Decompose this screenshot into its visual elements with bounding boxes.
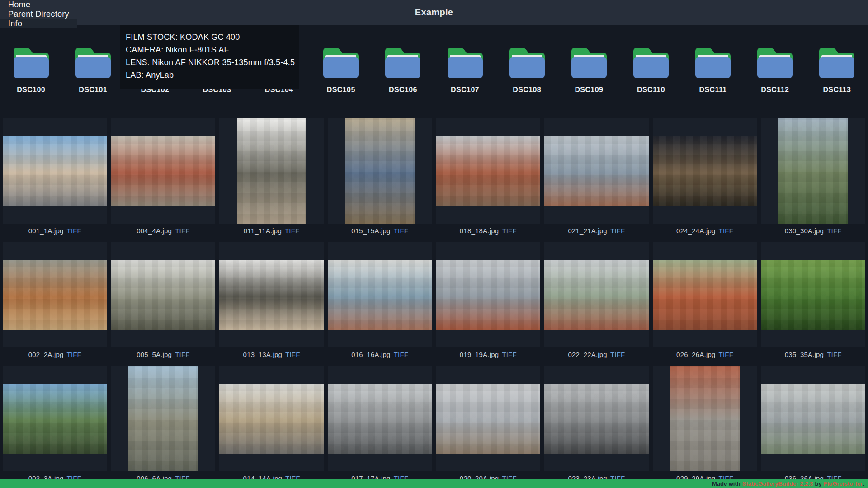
photo-label: 030_30A.jpg TIFF: [761, 224, 865, 242]
tiff-link[interactable]: TIFF: [610, 351, 625, 358]
folder-item-dsc106[interactable]: DSC106: [372, 46, 434, 94]
folder-item-dsc111[interactable]: DSC111: [682, 46, 744, 94]
nav-item-label: Info: [8, 19, 22, 28]
folder-item-dsc108[interactable]: DSC108: [496, 46, 558, 94]
folder-label: DSC101: [79, 86, 107, 94]
photo-thumbnail[interactable]: [653, 242, 757, 347]
photo-thumbnail[interactable]: [544, 118, 649, 224]
gallery-item: 004_4A.jpg TIFF: [111, 118, 216, 242]
nav-item-info[interactable]: Info: [0, 19, 77, 28]
gallery-item: 013_13A.jpg TIFF: [219, 242, 324, 366]
folder-item-dsc105[interactable]: DSC105: [310, 46, 372, 94]
folder-label: DSC100: [17, 86, 45, 94]
photo-label: 026_26A.jpg TIFF: [653, 347, 757, 366]
photo-thumbnail[interactable]: [219, 118, 324, 224]
photo-thumbnail[interactable]: [111, 366, 216, 471]
tiff-link[interactable]: TIFF: [175, 351, 189, 358]
photo-thumbnail[interactable]: [544, 242, 649, 347]
photo-filename: 015_15A.jpg: [351, 227, 390, 235]
photo-label: 024_24A.jpg TIFF: [653, 224, 757, 242]
tiff-link[interactable]: TIFF: [827, 351, 841, 358]
tiff-link[interactable]: TIFF: [394, 227, 408, 235]
tiff-link[interactable]: TIFF: [719, 351, 733, 358]
photo-thumbnail[interactable]: [328, 242, 432, 347]
tiff-link[interactable]: TIFF: [67, 227, 81, 235]
photo-thumbnail[interactable]: [653, 118, 757, 224]
photo-grid: 001_1A.jpg TIFF 004_4A.jpg TIFF 011_11A.…: [3, 118, 865, 488]
photo-label: 011_11A.jpg TIFF: [219, 224, 324, 242]
nav-item-home[interactable]: Home: [0, 0, 77, 9]
folder-icon: [508, 46, 547, 78]
nav-item-label: Parent Directory: [8, 9, 69, 19]
photo-image: [111, 136, 216, 206]
photo-label: 005_5A.jpg TIFF: [111, 347, 216, 366]
tiff-link[interactable]: TIFF: [610, 227, 625, 235]
builder-link[interactable]: StaticGalleryBuilder 2.2.3: [742, 480, 813, 487]
photo-thumbnail[interactable]: [219, 242, 324, 347]
photo-filename: 005_5A.jpg: [137, 351, 172, 358]
photo-thumbnail[interactable]: [3, 366, 107, 471]
info-line: CAMERA: Nikon F-801S AF: [126, 43, 294, 56]
photo-thumbnail[interactable]: [328, 118, 432, 224]
folder-item-dsc110[interactable]: DSC110: [620, 46, 682, 94]
photo-thumbnail[interactable]: [111, 242, 216, 347]
folder-icon: [74, 46, 113, 78]
photo-filename: 018_18A.jpg: [460, 227, 499, 235]
photo-label: 035_35A.jpg TIFF: [761, 347, 865, 366]
photo-thumbnail[interactable]: [761, 118, 865, 224]
photo-thumbnail[interactable]: [328, 366, 432, 471]
tiff-link[interactable]: TIFF: [285, 227, 299, 235]
photo-thumbnail[interactable]: [436, 242, 541, 347]
folder-item-dsc101[interactable]: DSC101: [62, 46, 124, 94]
photo-thumbnail[interactable]: [3, 118, 107, 224]
tiff-link[interactable]: TIFF: [719, 227, 733, 235]
folder-icon: [570, 46, 609, 78]
photo-filename: 016_16A.jpg: [351, 351, 390, 358]
folder-item-dsc112[interactable]: DSC112: [744, 46, 806, 94]
photo-label: 021_21A.jpg TIFF: [544, 224, 649, 242]
nav-item-label: Home: [8, 0, 30, 9]
photo-filename: 004_4A.jpg: [137, 227, 172, 235]
folder-label: DSC105: [327, 86, 355, 94]
folder-item-dsc109[interactable]: DSC109: [558, 46, 620, 94]
photo-thumbnail[interactable]: [436, 366, 541, 471]
tiff-link[interactable]: TIFF: [67, 351, 81, 358]
photo-thumbnail[interactable]: [761, 366, 865, 471]
nav-item-parent-directory[interactable]: Parent Directory: [0, 9, 77, 19]
photo-thumbnail[interactable]: [436, 118, 541, 224]
photo-thumbnail[interactable]: [761, 242, 865, 347]
tiff-link[interactable]: TIFF: [502, 351, 516, 358]
tiff-link[interactable]: TIFF: [394, 351, 408, 358]
footer-bar: Made with StaticGalleryBuilder 2.2.3 by …: [0, 479, 868, 488]
gallery-item: 017_17A.jpg TIFF: [328, 366, 432, 488]
folder-item-dsc100[interactable]: DSC100: [0, 46, 62, 94]
tiff-link[interactable]: TIFF: [502, 227, 516, 235]
top-nav: Home Parent Directory Info Example: [0, 0, 868, 25]
folder-icon: [632, 46, 670, 78]
folder-icon: [383, 46, 422, 78]
photo-image: [328, 260, 432, 330]
photo-image: [219, 260, 324, 330]
folder-icon: [321, 46, 360, 78]
photo-thumbnail[interactable]: [653, 366, 757, 471]
folder-label: DSC113: [823, 86, 851, 94]
photo-image: [3, 136, 107, 206]
folder-icon: [12, 46, 51, 78]
tiff-link[interactable]: TIFF: [285, 351, 300, 358]
tiff-link[interactable]: TIFF: [175, 227, 189, 235]
photo-thumbnail[interactable]: [219, 366, 324, 471]
author-link[interactable]: FloGreistorfer: [824, 480, 863, 487]
photo-thumbnail[interactable]: [111, 118, 216, 224]
footer-period: .: [863, 480, 864, 487]
photo-label: 016_16A.jpg TIFF: [328, 347, 432, 366]
photo-thumbnail[interactable]: [3, 242, 107, 347]
photo-image: [345, 118, 415, 224]
folder-item-dsc107[interactable]: DSC107: [434, 46, 496, 94]
tiff-link[interactable]: TIFF: [827, 227, 841, 235]
folder-item-dsc113[interactable]: DSC113: [806, 46, 868, 94]
photo-thumbnail[interactable]: [544, 366, 649, 471]
photo-image: [436, 384, 541, 454]
gallery-item: 018_18A.jpg TIFF: [436, 118, 541, 242]
gallery-item: 036_36A.jpg TIFF: [761, 366, 865, 488]
photo-image: [653, 260, 757, 330]
